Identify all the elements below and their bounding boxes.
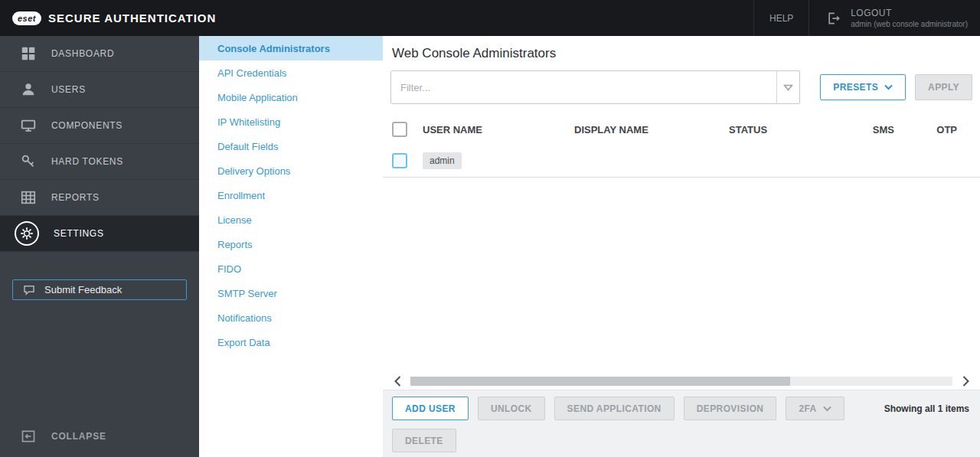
chevron-down-icon	[823, 406, 831, 412]
help-button[interactable]: HELP	[753, 0, 809, 36]
presets-label: PRESETS	[833, 82, 878, 93]
users-icon	[18, 81, 38, 98]
chevron-right-icon	[962, 376, 969, 387]
row-select-cell	[392, 153, 423, 168]
settings-nav: Console Administrators API Credentials M…	[199, 36, 383, 457]
sidebar-item-label: DASHBOARD	[51, 48, 114, 59]
filter-input[interactable]	[391, 71, 776, 103]
settings-nav-enrollment[interactable]: Enrollment	[199, 183, 383, 207]
sidebar-item-hard-tokens[interactable]: HARD TOKENS	[0, 144, 199, 180]
scroll-right-button[interactable]	[957, 376, 974, 387]
app-window: eset SECURE AUTHENTICATION HELP LOGOUT a…	[0, 0, 980, 457]
send-application-button[interactable]: SEND APPLICATION	[554, 397, 675, 420]
select-all-cell	[392, 122, 423, 137]
column-header-otp: OTP	[894, 124, 971, 135]
filter-box	[390, 70, 800, 104]
presets-button[interactable]: PRESETS	[820, 74, 906, 100]
items-count-text: Showing all 1 items	[884, 403, 971, 414]
top-bar: eset SECURE AUTHENTICATION HELP LOGOUT a…	[0, 0, 980, 36]
scrollbar-track[interactable]	[410, 377, 952, 386]
column-header-display-name: DISPLAY NAME	[574, 124, 729, 135]
logout-button[interactable]: LOGOUT admin (web console administrator)	[809, 0, 980, 36]
actions-footer: ADD USER UNLOCK SEND APPLICATION DEPROVI…	[383, 390, 980, 457]
eset-logo: eset	[12, 11, 41, 25]
table-row[interactable]: admin	[383, 144, 980, 178]
actions-row-2: DELETE	[392, 429, 971, 452]
add-user-button[interactable]: ADD USER	[392, 397, 469, 420]
brand: eset SECURE AUTHENTICATION	[0, 0, 753, 36]
logout-text: LOGOUT admin (web console administrator)	[851, 8, 968, 28]
chevron-down-icon	[884, 84, 893, 90]
collapse-button[interactable]: COLLAPSE	[0, 423, 199, 449]
collapse-label: COLLAPSE	[51, 431, 106, 442]
feedback-bubble-icon	[22, 283, 36, 297]
settings-nav-default-fields[interactable]: Default Fields	[199, 134, 383, 158]
settings-nav-fido[interactable]: FIDO	[199, 256, 383, 281]
scrollbar-thumb[interactable]	[410, 377, 790, 386]
settings-nav-license[interactable]: License	[199, 207, 383, 232]
primary-sidebar: DASHBOARD USERS COMPONENTS	[0, 36, 199, 457]
sidebar-item-label: REPORTS	[51, 192, 100, 203]
user-name-badge: admin	[423, 152, 462, 169]
chevron-left-icon	[394, 376, 401, 387]
sidebar-item-components[interactable]: COMPONENTS	[0, 108, 199, 144]
settings-nav-export-data[interactable]: Export Data	[199, 330, 383, 354]
collapse-icon	[18, 429, 38, 444]
table-header: USER NAME DISPLAY NAME STATUS SMS OTP	[383, 115, 980, 144]
settings-gear-icon	[16, 221, 41, 246]
deprovision-button[interactable]: DEPROVISION	[684, 397, 777, 420]
twofa-button[interactable]: 2FA	[786, 397, 844, 420]
filter-row: PRESETS APPLY	[390, 70, 972, 104]
reports-icon	[18, 189, 38, 206]
logout-user: admin (web console administrator)	[851, 20, 968, 28]
user-name-cell: admin	[423, 152, 574, 169]
apply-button[interactable]: APPLY	[915, 74, 972, 100]
page-title: Web Console Administrators	[392, 46, 971, 61]
row-checkbox[interactable]	[392, 153, 407, 168]
logout-icon	[826, 11, 841, 26]
settings-nav-notifications[interactable]: Notifications	[199, 305, 383, 330]
submit-feedback-label: Submit Feedback	[44, 284, 122, 295]
submit-feedback-button[interactable]: Submit Feedback	[12, 279, 187, 300]
logout-label: LOGOUT	[851, 8, 968, 18]
column-header-sms: SMS	[844, 124, 894, 135]
scroll-left-button[interactable]	[389, 376, 406, 387]
main-content: Web Console Administrators PRESETS APPLY	[383, 36, 980, 457]
filter-dropdown-button[interactable]	[776, 71, 799, 103]
delete-button[interactable]: DELETE	[392, 429, 456, 452]
settings-nav-ip-whitelisting[interactable]: IP Whitelisting	[199, 109, 383, 134]
sidebar-item-dashboard[interactable]: DASHBOARD	[0, 36, 199, 72]
sidebar-item-reports[interactable]: REPORTS	[0, 180, 199, 216]
settings-nav-reports[interactable]: Reports	[199, 232, 383, 256]
chevron-down-icon	[783, 84, 793, 91]
column-header-status: STATUS	[729, 124, 844, 135]
sidebar-item-label: HARD TOKENS	[51, 156, 123, 167]
horizontal-scrollbar	[383, 373, 980, 390]
settings-nav-mobile-application[interactable]: Mobile Application	[199, 85, 383, 109]
hard-tokens-icon	[18, 153, 38, 170]
twofa-label: 2FA	[799, 403, 816, 414]
sidebar-item-settings[interactable]: SETTINGS	[0, 216, 199, 252]
settings-nav-delivery-options[interactable]: Delivery Options	[199, 158, 383, 183]
settings-nav-api-credentials[interactable]: API Credentials	[199, 60, 383, 85]
select-all-checkbox[interactable]	[392, 122, 407, 137]
table-empty-area	[383, 178, 980, 373]
components-icon	[18, 117, 38, 134]
dashboard-icon	[18, 45, 38, 62]
sidebar-item-label: COMPONENTS	[51, 120, 122, 131]
settings-nav-console-administrators[interactable]: Console Administrators	[199, 36, 383, 60]
column-header-user-name: USER NAME	[423, 124, 574, 135]
unlock-button[interactable]: UNLOCK	[478, 397, 545, 420]
sidebar-item-label: SETTINGS	[54, 228, 104, 239]
app-title: SECURE AUTHENTICATION	[48, 11, 216, 24]
actions-row-1: ADD USER UNLOCK SEND APPLICATION DEPROVI…	[392, 397, 971, 420]
settings-nav-smtp-server[interactable]: SMTP Server	[199, 281, 383, 305]
sidebar-item-users[interactable]: USERS	[0, 72, 199, 108]
sidebar-item-label: USERS	[51, 84, 86, 95]
